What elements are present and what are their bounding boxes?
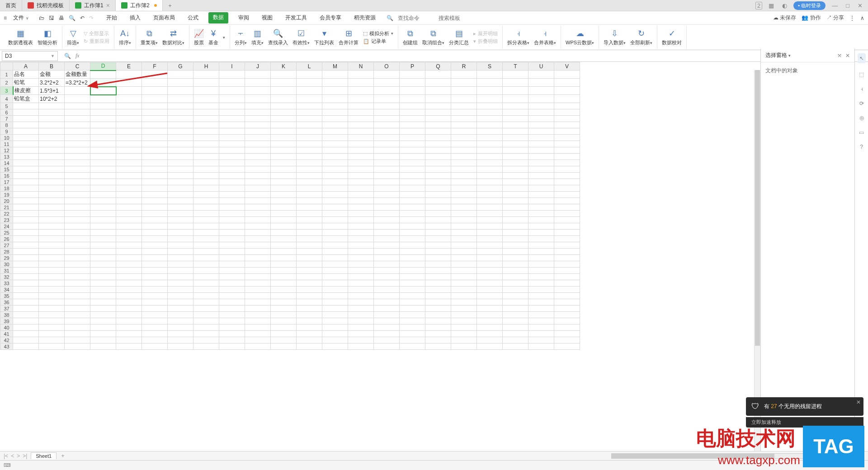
- cell[interactable]: [142, 306, 168, 312]
- cell[interactable]: [348, 79, 374, 87]
- cell[interactable]: [451, 79, 477, 87]
- cell[interactable]: [219, 179, 245, 185]
- cell[interactable]: [168, 198, 193, 204]
- cell[interactable]: [39, 122, 65, 128]
- cell[interactable]: [554, 128, 580, 135]
- cell[interactable]: [116, 198, 142, 204]
- cell[interactable]: [554, 299, 580, 306]
- cell[interactable]: [219, 135, 245, 141]
- tab-dev[interactable]: 开发工具: [283, 12, 310, 24]
- cell[interactable]: [245, 185, 271, 192]
- cell[interactable]: [65, 122, 90, 128]
- cell[interactable]: [245, 280, 271, 287]
- cell[interactable]: [297, 306, 322, 312]
- cell[interactable]: [13, 141, 39, 147]
- cell[interactable]: [245, 154, 271, 160]
- cell[interactable]: [142, 242, 168, 249]
- cell[interactable]: [142, 223, 168, 230]
- cell[interactable]: [142, 87, 168, 95]
- cell[interactable]: [528, 141, 554, 147]
- cell[interactable]: [477, 306, 503, 312]
- cell[interactable]: [400, 255, 425, 261]
- cell[interactable]: [425, 122, 451, 128]
- cell[interactable]: [322, 95, 348, 103]
- cell[interactable]: [348, 141, 374, 147]
- pivot-button[interactable]: ▦数据透视表: [8, 28, 33, 46]
- cell[interactable]: [168, 147, 193, 154]
- cell[interactable]: [528, 192, 554, 198]
- cell[interactable]: [400, 337, 425, 343]
- row-header[interactable]: 5: [0, 103, 13, 109]
- cell[interactable]: [13, 154, 39, 160]
- cell[interactable]: [554, 185, 580, 192]
- column-header[interactable]: R: [451, 62, 477, 70]
- cell[interactable]: [297, 79, 322, 87]
- last-sheet-icon[interactable]: >|: [23, 453, 27, 459]
- cell[interactable]: [477, 192, 503, 198]
- cell[interactable]: [554, 217, 580, 223]
- cell[interactable]: [374, 179, 400, 185]
- data-compare-button[interactable]: ⇄数据对比▾: [162, 28, 184, 46]
- cell[interactable]: [348, 242, 374, 249]
- cell[interactable]: [503, 312, 528, 318]
- cell[interactable]: [374, 299, 400, 306]
- cell[interactable]: [193, 274, 219, 280]
- cell[interactable]: [13, 223, 39, 230]
- cell[interactable]: [271, 230, 297, 236]
- cell[interactable]: [528, 198, 554, 204]
- cell[interactable]: [219, 185, 245, 192]
- cell[interactable]: [425, 166, 451, 173]
- cell[interactable]: [297, 166, 322, 173]
- cell[interactable]: [348, 70, 374, 79]
- cell[interactable]: [90, 255, 116, 261]
- cell[interactable]: [554, 249, 580, 255]
- cell[interactable]: [219, 331, 245, 337]
- home-tab[interactable]: 首页: [0, 0, 22, 11]
- cell[interactable]: [528, 217, 554, 223]
- cell[interactable]: [297, 135, 322, 141]
- cell[interactable]: [348, 185, 374, 192]
- cell[interactable]: [39, 242, 65, 249]
- cell[interactable]: [39, 116, 65, 122]
- cell[interactable]: [271, 70, 297, 79]
- consolidate-button[interactable]: ⊞合并计算: [339, 28, 359, 46]
- cell[interactable]: [13, 274, 39, 280]
- fund-button[interactable]: ¥基金: [208, 28, 218, 46]
- cell[interactable]: [425, 147, 451, 154]
- refresh-all-button[interactable]: ↻全部刷新▾: [630, 28, 652, 46]
- cell[interactable]: [528, 261, 554, 268]
- cell[interactable]: [142, 135, 168, 141]
- row-header[interactable]: 4: [0, 95, 13, 103]
- cell[interactable]: [90, 95, 116, 103]
- cell[interactable]: [297, 293, 322, 299]
- cell[interactable]: [297, 116, 322, 122]
- cell[interactable]: [297, 95, 322, 103]
- cell[interactable]: [245, 173, 271, 179]
- row-header[interactable]: 18: [0, 185, 13, 192]
- cell[interactable]: [13, 173, 39, 179]
- cell[interactable]: [528, 87, 554, 95]
- cell[interactable]: [90, 109, 116, 116]
- cell[interactable]: [528, 343, 554, 350]
- cell[interactable]: [348, 274, 374, 280]
- cell[interactable]: [451, 103, 477, 109]
- cell[interactable]: [13, 160, 39, 166]
- cell[interactable]: [39, 274, 65, 280]
- column-header[interactable]: V: [554, 62, 580, 70]
- prev-sheet-icon[interactable]: <: [11, 453, 14, 459]
- cell[interactable]: 3.2*2+2: [39, 79, 65, 87]
- cell[interactable]: [142, 173, 168, 179]
- cell[interactable]: [142, 331, 168, 337]
- cell[interactable]: [297, 185, 322, 192]
- cell[interactable]: [219, 147, 245, 154]
- cell[interactable]: [503, 128, 528, 135]
- cell[interactable]: [477, 70, 503, 79]
- cell[interactable]: [322, 116, 348, 122]
- cell[interactable]: [400, 116, 425, 122]
- cell[interactable]: [193, 293, 219, 299]
- cell[interactable]: [503, 230, 528, 236]
- cell[interactable]: [116, 103, 142, 109]
- column-header[interactable]: C: [65, 62, 90, 70]
- cell[interactable]: [116, 70, 142, 79]
- tab-formula[interactable]: 公式: [185, 12, 201, 24]
